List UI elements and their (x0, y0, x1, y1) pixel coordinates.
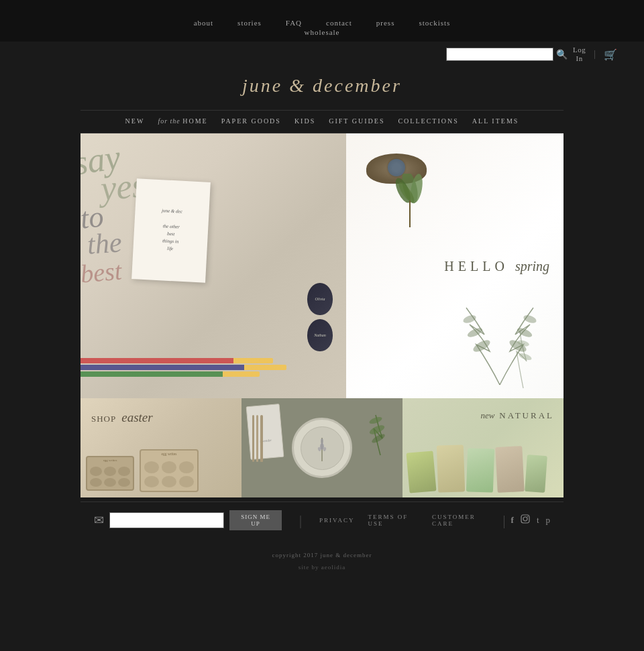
egg-2: Nathan (307, 319, 333, 351)
facebook-icon[interactable]: f (511, 515, 514, 526)
lavender-svg (315, 434, 329, 461)
svg-point-23 (527, 516, 529, 518)
top-navigation: about stories FAQ contact press stockist… (0, 15, 644, 42)
category-nav: NEW for the HOME PAPER GOODS KIDS GIFT G… (80, 110, 564, 133)
fabric-1 (406, 451, 436, 493)
greens-svg (364, 402, 397, 455)
nav-press[interactable]: press (364, 19, 407, 27)
easter-text-area: SHOP easter (91, 410, 153, 425)
pencil-green (80, 371, 260, 377)
shop-easter-block[interactable]: SHOP easter egg writes (80, 398, 241, 497)
inner-plate (301, 426, 344, 470)
top-bar (0, 0, 644, 15)
nav-contact[interactable]: contact (314, 19, 364, 27)
hello-spring-text: HELLO spring (444, 258, 549, 274)
cart-icon[interactable]: 🛒 (604, 48, 617, 61)
search-input[interactable] (446, 48, 553, 61)
site-by-text: site by aeolidia (0, 564, 644, 571)
fern-print (436, 284, 564, 392)
nav-stockists[interactable]: stockists (407, 19, 462, 27)
fabric-4 (495, 446, 525, 493)
fabrics-area (408, 432, 558, 492)
cutlery (252, 415, 263, 462)
herb-bunch (386, 174, 433, 227)
email-icon: ✉ (94, 513, 104, 528)
hero-wrapper: say yes to the best june & decthe otherb… (0, 133, 644, 398)
divider: | (591, 49, 598, 60)
cat-collections[interactable]: COLLECTIONS (398, 117, 458, 125)
footer-bottom: copyright 2017 june & december site by a… (0, 538, 644, 584)
calligraphy-5: best (80, 256, 123, 289)
svg-point-15 (321, 438, 323, 444)
copyright-text: copyright 2017 june & december (0, 552, 644, 558)
cat-kids[interactable]: KIDS (294, 117, 315, 125)
herb-svg (386, 174, 433, 227)
svg-point-22 (523, 517, 527, 521)
svg-point-7 (462, 314, 477, 324)
plate (292, 418, 352, 478)
cat-gifts[interactable]: GIFT GUIDES (329, 117, 384, 125)
cat-paper[interactable]: PAPER GOODS (221, 117, 281, 125)
three-col-wrapper: SHOP easter egg writes (0, 398, 644, 497)
table-setting-block[interactable]: lavender (241, 398, 402, 497)
fabric-2 (437, 445, 465, 493)
footer-links-area: PRIVACY TERMS OF USE CUSTOMER CARE (313, 514, 497, 527)
twitter-icon[interactable]: t (537, 515, 539, 526)
egg-carton-1: egg writes (86, 456, 134, 491)
pinterest-icon[interactable]: p (546, 515, 551, 526)
search-box: 🔍 (446, 48, 568, 61)
pencil-red (80, 358, 273, 363)
instagram-icon[interactable] (521, 514, 530, 526)
new-natural-block[interactable]: new NATURAL (402, 398, 564, 497)
fabric-5 (525, 455, 547, 493)
login-link[interactable]: Log In (573, 46, 586, 63)
privacy-link[interactable]: PRIVACY (313, 517, 361, 524)
svg-rect-21 (521, 515, 529, 523)
footer-email-row: ✉ SIGN ME UP | PRIVACY TERMS OF USE CUST… (80, 501, 564, 538)
svg-point-10 (523, 314, 537, 324)
signup-button[interactable]: SIGN ME UP (229, 510, 282, 530)
hero-right: HELLO spring (346, 133, 564, 398)
invitation-card: june & decthe otherbestthings inlife (131, 179, 211, 284)
terms-link[interactable]: TERMS OF USE (361, 514, 425, 527)
fern-svg (436, 284, 564, 392)
social-icons-area: f t p (511, 514, 550, 526)
logo-area: june & december (0, 64, 644, 110)
utility-bar: 🔍 Log In | 🛒 (0, 42, 644, 64)
nav-faq[interactable]: FAQ (274, 19, 314, 27)
care-link[interactable]: CUSTOMER CARE (425, 514, 498, 527)
footer-wrapper: ✉ SIGN ME UP | PRIVACY TERMS OF USE CUST… (0, 497, 644, 538)
cat-new[interactable]: NEW (125, 117, 145, 125)
hero-section: say yes to the best june & decthe otherb… (80, 133, 564, 398)
email-input[interactable] (109, 512, 224, 528)
category-nav-wrapper: NEW for the HOME PAPER GOODS KIDS GIFT G… (0, 110, 644, 133)
nav-wholesale-row: wholesale (292, 27, 352, 39)
fabric-3 (466, 449, 494, 493)
nav-wholesale[interactable]: wholesale (292, 27, 352, 39)
nav-row: about stories FAQ contact press stockist… (182, 19, 463, 27)
egg-cartons-area: egg writes egg writes (86, 449, 199, 492)
search-button[interactable]: 🔍 (556, 49, 568, 60)
easter-eggs: Olivia Nathan (307, 283, 333, 351)
nav-about[interactable]: about (182, 19, 225, 27)
site-logo[interactable]: june & december (0, 75, 644, 97)
egg-1: Olivia (307, 283, 333, 315)
pencils-area (80, 357, 339, 378)
instagram-svg (521, 514, 530, 524)
for-the-label: for the (158, 117, 182, 125)
footer-divider-1: | (288, 513, 313, 528)
table-visual: lavender (241, 398, 402, 497)
greens (364, 402, 397, 458)
cat-home[interactable]: for the HOME (158, 117, 207, 125)
footer-divider-2: | (498, 513, 511, 528)
pencil-blue (80, 365, 286, 370)
hero-left: say yes to the best june & decthe otherb… (80, 133, 346, 398)
egg-carton-2: egg writes (140, 449, 199, 492)
home-label: HOME (182, 117, 207, 125)
cat-all[interactable]: ALL ITEMS (472, 117, 519, 125)
svg-point-5 (472, 338, 492, 354)
three-col: SHOP easter egg writes (80, 398, 564, 497)
new-natural-text: new NATURAL (480, 409, 554, 421)
nav-stories[interactable]: stories (225, 19, 274, 27)
email-signup-area: ✉ SIGN ME UP (94, 510, 282, 530)
